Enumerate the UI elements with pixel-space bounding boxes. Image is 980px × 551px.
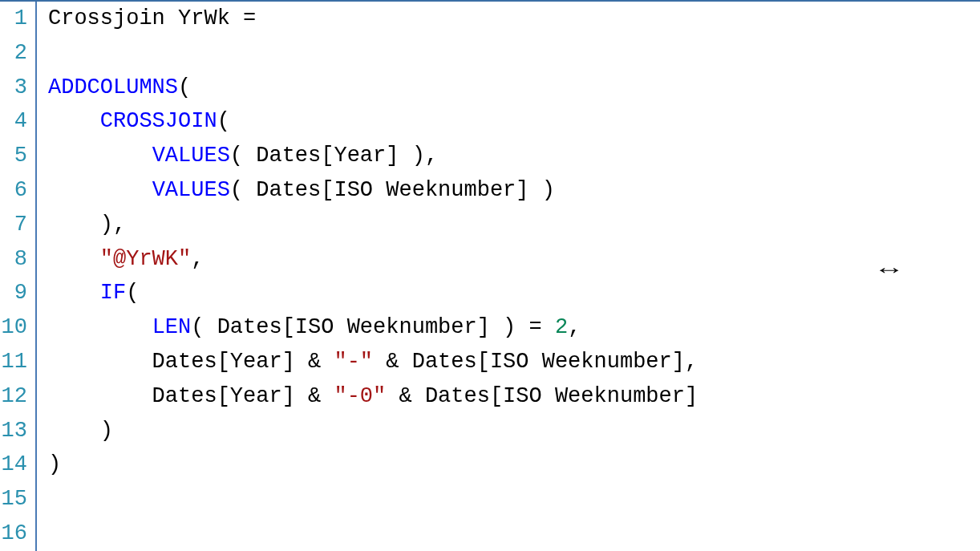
code-line[interactable]: Dates[Year] & "-" & Dates[ISO Weeknumber… bbox=[48, 345, 980, 379]
code-token bbox=[321, 384, 334, 408]
line-number: 5 bbox=[0, 139, 37, 173]
code-token: Dates[ISO Weeknumber] bbox=[412, 384, 698, 408]
code-token: Dates[Year] bbox=[48, 350, 308, 374]
code-token: VALUES bbox=[152, 144, 230, 168]
code-token: ADDCOLUMNS bbox=[48, 75, 178, 99]
code-line[interactable]: CROSSJOIN( bbox=[48, 104, 980, 139]
code-line[interactable]: VALUES( Dates[Year] ), bbox=[48, 139, 980, 173]
code-token: Dates[ISO Weeknumber] bbox=[399, 350, 684, 374]
code-token bbox=[542, 315, 555, 339]
code-line[interactable] bbox=[48, 482, 980, 517]
code-token: , bbox=[191, 247, 204, 271]
code-token: , bbox=[113, 213, 126, 237]
code-line[interactable]: ) bbox=[48, 414, 980, 448]
code-editor[interactable]: 12345678910111213141516 Crossjoin YrWk =… bbox=[0, 2, 980, 551]
code-line[interactable] bbox=[48, 517, 980, 551]
code-token: ( Dates[ISO Weeknumber] ) bbox=[191, 315, 528, 339]
code-token: IF bbox=[100, 281, 126, 305]
code-line[interactable]: ) bbox=[48, 448, 980, 482]
code-line[interactable]: ), bbox=[48, 208, 980, 242]
code-token: , bbox=[685, 350, 698, 374]
code-text-area[interactable]: Crossjoin YrWk =ADDCOLUMNS( CROSSJOIN( V… bbox=[37, 2, 980, 551]
line-number: 15 bbox=[0, 482, 37, 517]
code-token: "-0" bbox=[334, 384, 386, 408]
line-number: 3 bbox=[0, 71, 37, 105]
code-token bbox=[386, 384, 399, 408]
line-number: 6 bbox=[0, 173, 37, 208]
code-token: & bbox=[399, 384, 411, 408]
line-number: 8 bbox=[0, 242, 37, 277]
code-token: = bbox=[529, 315, 542, 339]
code-line[interactable] bbox=[48, 36, 980, 71]
line-number: 1 bbox=[0, 2, 37, 36]
code-token: = bbox=[243, 6, 256, 30]
code-token: ) bbox=[48, 419, 113, 443]
code-token: ( Dates[ISO Weeknumber] ) bbox=[230, 178, 555, 202]
code-line[interactable]: LEN( Dates[ISO Weeknumber] ) = 2, bbox=[48, 310, 980, 345]
line-number: 7 bbox=[0, 208, 37, 242]
code-token bbox=[48, 281, 100, 305]
line-number: 16 bbox=[0, 517, 37, 551]
line-number: 4 bbox=[0, 104, 37, 139]
code-token: ( Dates[Year] ) bbox=[230, 144, 425, 168]
code-token: VALUES bbox=[152, 178, 230, 202]
code-token bbox=[373, 350, 386, 374]
code-token: Dates[Year] bbox=[48, 384, 308, 408]
code-line[interactable]: IF( bbox=[48, 276, 980, 310]
code-line[interactable]: Dates[Year] & "-0" & Dates[ISO Weeknumbe… bbox=[48, 379, 980, 414]
line-number-gutter: 12345678910111213141516 bbox=[0, 2, 37, 551]
code-token: ( bbox=[217, 109, 230, 133]
code-line[interactable]: ADDCOLUMNS( bbox=[48, 71, 980, 105]
code-token: ) bbox=[48, 213, 113, 237]
code-token: , bbox=[425, 144, 438, 168]
code-token: "-" bbox=[334, 350, 373, 374]
code-token: Crossjoin YrWk bbox=[48, 6, 243, 30]
code-token: CROSSJOIN bbox=[100, 109, 217, 133]
line-number: 14 bbox=[0, 448, 37, 482]
code-token bbox=[48, 315, 152, 339]
code-token bbox=[321, 350, 334, 374]
code-token bbox=[48, 109, 100, 133]
code-token: "@YrWK" bbox=[100, 247, 191, 271]
line-number: 2 bbox=[0, 36, 37, 71]
code-line[interactable]: Crossjoin YrWk = bbox=[48, 2, 980, 36]
code-token: LEN bbox=[152, 315, 192, 339]
code-token: & bbox=[308, 350, 321, 374]
code-token bbox=[48, 247, 100, 271]
code-token: , bbox=[568, 315, 581, 339]
code-token: & bbox=[386, 350, 399, 374]
code-token bbox=[48, 144, 152, 168]
line-number: 12 bbox=[0, 379, 37, 414]
code-token: ( bbox=[178, 75, 191, 99]
line-number: 9 bbox=[0, 276, 37, 310]
line-number: 10 bbox=[0, 310, 37, 345]
code-token bbox=[48, 178, 152, 202]
code-token: & bbox=[308, 384, 321, 408]
code-token: ( bbox=[126, 281, 139, 305]
code-token: 2 bbox=[555, 315, 568, 339]
code-line[interactable]: "@YrWK", bbox=[48, 242, 980, 277]
line-number: 13 bbox=[0, 414, 37, 448]
line-number: 11 bbox=[0, 345, 37, 379]
horizontal-resize-icon: ↔ bbox=[880, 258, 898, 282]
code-line[interactable]: VALUES( Dates[ISO Weeknumber] ) bbox=[48, 173, 980, 208]
code-token: ) bbox=[48, 452, 61, 476]
